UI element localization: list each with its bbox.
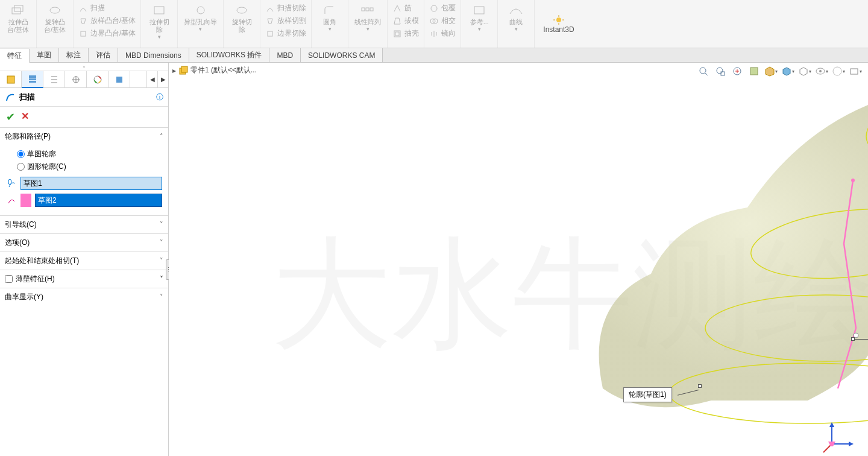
section-guide-header[interactable]: 引导线(C) ˅	[0, 216, 168, 233]
radio-circle-profile[interactable]: 圆形轮廓(C)	[17, 160, 162, 173]
svg-rect-16	[474, 7, 484, 14]
svg-rect-23	[29, 75, 36, 78]
svg-rect-33	[181, 66, 187, 72]
svg-rect-30	[116, 77, 122, 83]
svg-rect-22	[7, 76, 14, 83]
sweep-cut-button[interactable]: 扫描切除	[264, 2, 307, 14]
revolve-cut-button[interactable]: 旋转切 除	[227, 2, 256, 35]
help-icon[interactable]: ⓘ	[156, 92, 163, 103]
boundary-cut-button[interactable]: 边界切除	[264, 28, 307, 39]
intersect-button[interactable]: 相交	[428, 15, 457, 27]
revolve-boss-button[interactable]: 旋转凸 台/基体	[40, 2, 69, 35]
breadcrumb-expand-icon[interactable]: ▸	[172, 66, 176, 75]
path-color-swatch	[20, 194, 31, 207]
extrude-cut-button[interactable]: 拉伸切 除▾	[145, 2, 174, 41]
ok-button[interactable]: ✔	[6, 110, 15, 124]
lp-tab-config[interactable]	[43, 71, 65, 88]
svg-rect-1	[14, 5, 23, 11]
lp-collapse-arrow[interactable]: ◦	[0, 63, 168, 71]
tab-MBD[interactable]: MBD	[269, 48, 301, 62]
radio-sketch-profile[interactable]: 草图轮廓	[17, 148, 162, 160]
svg-marker-51	[829, 422, 834, 427]
instant3d-button[interactable]: Instant3D	[535, 0, 582, 48]
svg-rect-7	[268, 31, 272, 36]
svg-point-5	[197, 7, 204, 14]
lp-tab-appearance[interactable]	[87, 71, 108, 88]
breadcrumb[interactable]: ▸ 零件1 (默认<<默认...	[172, 65, 257, 75]
shell-button[interactable]: 抽壳	[391, 28, 420, 39]
tab-评估[interactable]: 评估	[89, 48, 118, 62]
linear-pattern-button[interactable]: 线性阵列▾	[352, 2, 383, 33]
property-manager-panel: ◦ ◀ ▶ 扫描 ⓘ ✔ ✕ 轮廓和路径(P) ˄	[0, 63, 169, 456]
pm-title: 扫描	[19, 92, 156, 103]
instant3d-label: Instant3D	[543, 25, 574, 34]
svg-rect-0	[12, 8, 20, 14]
rib-button[interactable]: 筋	[391, 2, 420, 14]
extrude-boss-button[interactable]: 拉伸凸 台/基体	[4, 2, 33, 35]
svg-point-13	[431, 5, 437, 11]
svg-rect-8	[362, 8, 365, 11]
callout-leader	[855, 339, 868, 340]
svg-rect-3	[81, 31, 86, 36]
lp-nav-left[interactable]: ◀	[146, 71, 157, 88]
chevron-down-icon: ˅	[160, 257, 163, 265]
chevron-down-icon: ˅	[160, 293, 163, 301]
tab-MBD Dimensions[interactable]: MBD Dimensions	[118, 48, 189, 62]
chevron-down-icon: ˅	[160, 221, 163, 229]
lp-tab-property-manager[interactable]	[22, 71, 43, 88]
ribbon-toolbar: 拉伸凸 台/基体 旋转凸 台/基体 扫描 放样凸台/基体 边界凸台/基体 拉伸切…	[0, 0, 868, 48]
lp-tab-feature-tree[interactable]	[0, 71, 22, 88]
chevron-down-icon: ˅	[160, 239, 163, 247]
thin-label: 薄壁特征(H)	[16, 274, 55, 284]
lp-nav-right[interactable]: ▶	[157, 71, 168, 88]
tab-草图[interactable]: 草图	[30, 48, 59, 62]
draft-button[interactable]: 拔模	[391, 15, 420, 27]
svg-rect-10	[370, 8, 373, 11]
thin-checkbox[interactable]	[5, 275, 13, 283]
sweep-button[interactable]: 扫描	[77, 2, 137, 14]
svg-rect-24	[29, 78, 36, 80]
breadcrumb-text: 零件1 (默认<<默认...	[190, 65, 257, 75]
command-tab-strip: 特征草图标注评估MBD DimensionsSOLIDWORKS 插件MBDSO…	[0, 48, 868, 63]
svg-rect-12	[395, 32, 399, 36]
tab-特征[interactable]: 特征	[0, 49, 30, 63]
boundary-button[interactable]: 边界凸台/基体	[77, 28, 137, 39]
left-panel-tabs: ◀ ▶	[0, 71, 168, 88]
tab-标注[interactable]: 标注	[59, 48, 89, 62]
reference-geom-button[interactable]: 参考...▾	[465, 2, 494, 33]
section-curvature-header[interactable]: 曲率显示(Y) ˅	[0, 288, 168, 306]
section-curvature-label: 曲率显示(Y)	[5, 292, 43, 302]
section-options-label: 选项(O)	[5, 238, 30, 248]
path-field[interactable]	[35, 194, 162, 207]
chevron-down-icon: ˅	[160, 275, 163, 283]
view-triad[interactable]	[820, 420, 856, 456]
part-icon	[178, 66, 188, 75]
lp-tab-dimxpert[interactable]	[65, 71, 87, 88]
section-tangent-header[interactable]: 起始处和结束处相切(T) ˅	[0, 252, 168, 270]
graphics-viewport[interactable]: 大水牛测绘 ▸ 零件1 (默认<<默认... ▾ ▾ ▾ ▾ ▾ ▾	[169, 63, 868, 456]
lp-tab-other[interactable]	[108, 71, 130, 88]
svg-point-6	[237, 7, 247, 13]
hole-wizard-button[interactable]: 异型孔向导▾	[181, 2, 219, 33]
loft-cut-button[interactable]: 放样切割	[264, 15, 307, 27]
wrap-button[interactable]: 包覆	[428, 2, 457, 14]
tab-SOLIDWORKS CAM[interactable]: SOLIDWORKS CAM	[301, 48, 383, 62]
section-profile-path-header[interactable]: 轮廓和路径(P) ˄	[0, 128, 168, 145]
cancel-button[interactable]: ✕	[21, 110, 29, 124]
section-options-header[interactable]: 选项(O) ˅	[0, 234, 168, 252]
chevron-up-icon: ˄	[160, 133, 163, 141]
section-guide-label: 引导线(C)	[5, 220, 37, 230]
fillet-button[interactable]: 圆角▾	[315, 2, 344, 33]
svg-point-17	[556, 17, 561, 22]
profile-field[interactable]	[20, 177, 162, 190]
mirror-button[interactable]: 镜向	[428, 28, 457, 39]
sweep-icon	[5, 92, 16, 103]
curves-button[interactable]: 曲线▾	[502, 2, 530, 33]
thin-feature-row[interactable]: 薄壁特征(H) ˅	[0, 270, 168, 288]
tab-SOLIDWORKS 插件[interactable]: SOLIDWORKS 插件	[189, 48, 270, 62]
svg-rect-25	[29, 81, 36, 83]
loft-button[interactable]: 放样凸台/基体	[77, 15, 137, 27]
callout-dot	[698, 384, 702, 388]
svg-point-2	[50, 7, 60, 13]
svg-rect-4	[154, 7, 164, 14]
